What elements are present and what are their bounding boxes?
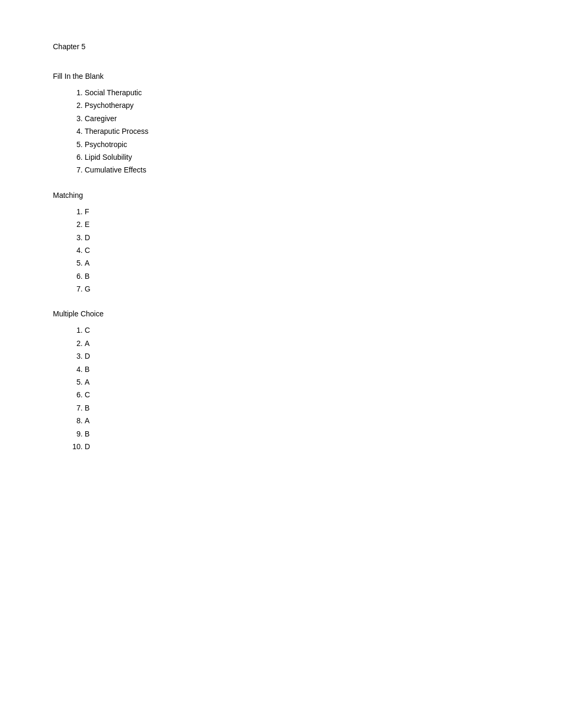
multiple-choice-section: Multiple Choice CADBACBABD	[53, 310, 509, 452]
fill-in-blank-list: Social TheraputicPsychotherapyCaregiverT…	[53, 87, 509, 176]
list-item: F	[85, 206, 509, 217]
list-item: D	[85, 441, 509, 452]
multiple-choice-list: CADBACBABD	[53, 324, 509, 452]
fill-in-blank-title: Fill In the Blank	[53, 72, 509, 80]
list-item: C	[85, 324, 509, 336]
list-item: C	[85, 244, 509, 256]
list-item: Psychotropic	[85, 139, 509, 150]
list-item: D	[85, 350, 509, 362]
list-item: Caregiver	[85, 113, 509, 124]
list-item: A	[85, 338, 509, 349]
chapter-title: Chapter 5	[53, 42, 509, 51]
list-item: B	[85, 270, 509, 282]
matching-list: FEDCABG	[53, 206, 509, 295]
list-item: Theraputic Process	[85, 125, 509, 137]
list-item: C	[85, 389, 509, 401]
list-item: A	[85, 376, 509, 388]
list-item: Cumulative Effects	[85, 164, 509, 176]
matching-title: Matching	[53, 191, 509, 199]
list-item: G	[85, 283, 509, 295]
list-item: E	[85, 219, 509, 230]
list-item: B	[85, 363, 509, 375]
list-item: A	[85, 415, 509, 426]
list-item: B	[85, 428, 509, 440]
list-item: Social Theraputic	[85, 87, 509, 98]
list-item: Lipid Solubility	[85, 151, 509, 163]
list-item: Psychotherapy	[85, 99, 509, 111]
multiple-choice-title: Multiple Choice	[53, 310, 509, 318]
list-item: A	[85, 257, 509, 269]
list-item: D	[85, 232, 509, 243]
fill-in-blank-section: Fill In the Blank Social TheraputicPsych…	[53, 72, 509, 176]
matching-section: Matching FEDCABG	[53, 191, 509, 295]
list-item: B	[85, 402, 509, 414]
